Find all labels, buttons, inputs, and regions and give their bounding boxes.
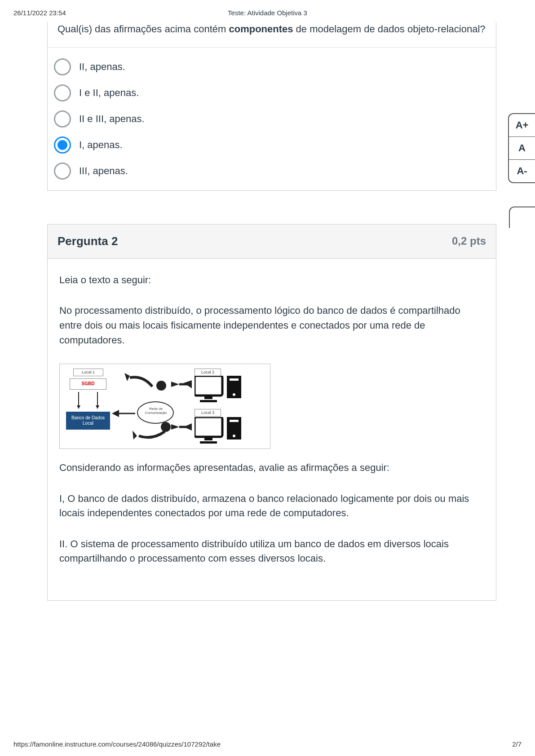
question-1-card: Qual(is) das afirmações acima contém com…: [47, 22, 496, 191]
diagram-local2-label: Local 2: [195, 369, 221, 376]
page: 26/11/2022 23:54 Teste: Atividade Objeti…: [0, 0, 535, 756]
font-decrease-button[interactable]: A-: [509, 160, 535, 182]
radio-icon[interactable]: [54, 163, 71, 180]
svg-point-7: [156, 381, 166, 391]
q1-stem-bold: componentes: [229, 23, 293, 35]
svg-point-22: [233, 393, 235, 396]
option-label: II, apenas.: [79, 61, 125, 73]
q2-context: No processamento distribuído, o processa…: [59, 303, 484, 347]
print-datetime: 26/11/2022 23:54: [13, 9, 66, 17]
svg-marker-15: [124, 373, 130, 381]
answer-option[interactable]: II e III, apenas.: [48, 106, 486, 132]
radio-icon[interactable]: [54, 58, 71, 75]
question-2-points: 0,2 pts: [452, 235, 486, 247]
q1-stem-post: de modelagem de dados objeto-relacional?: [293, 23, 486, 35]
svg-marker-3: [96, 405, 99, 409]
question-2-header: Pergunta 2 0,2 pts: [48, 224, 496, 259]
svg-rect-18: [204, 396, 212, 399]
question-2-body: Leia o texto a seguir: No processamento …: [48, 259, 496, 600]
arrow-down-icon: [70, 392, 106, 410]
option-label: III, apenas.: [79, 165, 128, 177]
svg-rect-27: [230, 420, 239, 422]
q2-statement-2: II. O sistema de processamento distribuí…: [59, 537, 484, 566]
font-increase-button[interactable]: A+: [509, 114, 535, 137]
answer-option[interactable]: II, apenas.: [48, 54, 486, 80]
question-2-card: Pergunta 2 0,2 pts Leia o texto a seguir…: [47, 224, 496, 601]
svg-rect-24: [204, 438, 212, 440]
font-normal-button[interactable]: A: [509, 137, 535, 160]
question-1-options: II, apenas. I e II, apenas. II e III, ap…: [48, 47, 496, 190]
svg-marker-5: [112, 410, 119, 417]
svg-marker-16: [133, 431, 137, 440]
radio-icon[interactable]: [54, 110, 71, 127]
option-label: II e III, apenas.: [79, 113, 145, 125]
svg-rect-19: [200, 400, 217, 402]
svg-rect-23: [195, 417, 222, 437]
answer-option[interactable]: I, apenas.: [48, 132, 486, 158]
question-2-title: Pergunta 2: [57, 234, 118, 248]
diagram-banco-box: Banco de Dados Local: [66, 412, 110, 430]
computer-icon: [195, 376, 262, 404]
svg-point-28: [233, 435, 235, 437]
connection-arrows-icon: [112, 373, 202, 440]
radio-icon[interactable]: [54, 84, 71, 101]
option-label: I e II, apenas.: [79, 87, 139, 99]
q2-consider: Considerando as informações apresentadas…: [59, 461, 484, 475]
content-column: Qual(is) das afirmações acima contém com…: [47, 22, 496, 601]
diagram-local3-label: Local 3: [195, 409, 221, 417]
option-label: I, apenas.: [79, 139, 123, 151]
question-1-stem: Qual(is) das afirmações acima contém com…: [48, 22, 496, 47]
svg-point-8: [161, 422, 171, 432]
radio-dot-icon: [57, 140, 67, 150]
computer-icon: [195, 417, 262, 446]
svg-rect-21: [230, 378, 239, 381]
answer-option[interactable]: I e II, apenas.: [48, 80, 486, 106]
svg-marker-14: [171, 424, 179, 430]
answer-option[interactable]: III, apenas.: [48, 158, 486, 184]
q1-stem-pre: Qual(is) das afirmações acima contém: [57, 23, 229, 35]
q2-statement-1: I, O banco de dados distribuído, armazen…: [59, 492, 484, 521]
diagram-local1-label: Local 1: [73, 369, 103, 376]
side-panel-stub[interactable]: [509, 207, 535, 228]
print-title: Teste: Atividade Objetiva 3: [228, 9, 307, 17]
svg-marker-11: [171, 382, 179, 387]
q2-intro: Leia o texto a seguir:: [59, 273, 484, 288]
diagram-sgbd-box: SGBD: [70, 378, 106, 390]
radio-icon-selected[interactable]: [54, 136, 71, 154]
svg-rect-25: [200, 441, 217, 444]
font-size-widget: A+ A A-: [508, 113, 535, 183]
svg-rect-17: [195, 376, 222, 396]
print-footer: https://famonline.instructure.com/course…: [0, 740, 535, 748]
footer-url: https://famonline.instructure.com/course…: [13, 740, 221, 748]
distributed-db-diagram: Local 1 SGBD Banco de Dados Local Rede: [59, 364, 270, 449]
footer-page: 2/7: [512, 740, 522, 748]
svg-marker-1: [77, 405, 80, 409]
